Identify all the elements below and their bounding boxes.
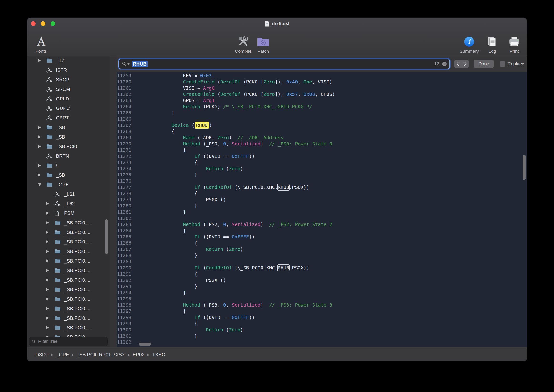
log-button[interactable]: Log	[484, 30, 501, 54]
breadcrumb-item[interactable]: DSDT	[35, 352, 48, 357]
tree-item-SRCM[interactable]: SRCM	[27, 84, 110, 94]
replace-checkbox[interactable]	[500, 61, 505, 67]
patch-button[interactable]: Patch	[255, 30, 272, 54]
tree-item-_SB.PCI0....[interactable]: _SB.PCI0....	[27, 275, 110, 285]
code-text: {	[148, 240, 197, 246]
tree-item-GUPC[interactable]: GUPC	[27, 104, 110, 113]
tree-item-_SB.PCI0....[interactable]: _SB.PCI0....	[27, 227, 110, 237]
code-text: }	[148, 203, 197, 209]
tree-item-_SB[interactable]: _SB	[27, 170, 110, 180]
line-number: 11268	[117, 128, 134, 134]
line-number: 11269	[117, 134, 134, 141]
tree-item-label: _SB.PCI0....	[64, 220, 90, 225]
disclosure-triangle-icon[interactable]	[46, 278, 55, 282]
find-previous-button[interactable]	[454, 60, 462, 68]
tree-item-PSM[interactable]: PSM	[27, 208, 110, 218]
tree-item-_SB.PCI0....[interactable]: _SB.PCI0....	[27, 323, 110, 332]
tree-item-_SB[interactable]: _SB	[27, 123, 110, 132]
disclosure-triangle-icon[interactable]	[38, 173, 47, 177]
code-line: 11298 If ((DVID == 0xFFFF))	[117, 314, 527, 321]
done-button[interactable]: Done	[474, 60, 494, 68]
disclosure-triangle-icon[interactable]	[38, 183, 47, 186]
tree-item-_SB.PCI0....[interactable]: _SB.PCI0....	[27, 237, 110, 246]
disclosure-triangle-icon[interactable]	[38, 126, 47, 129]
code-text: }	[148, 289, 186, 296]
tree-item-label: _SB.PCI0....	[64, 239, 90, 245]
filter-tree-input[interactable]	[38, 339, 105, 344]
sidebar-scrollbar-thumb[interactable]	[105, 219, 108, 254]
tree-item-GPLD[interactable]: GPLD	[27, 94, 110, 104]
tree-item-root[interactable]: \	[27, 161, 110, 170]
main-content: _TZISTRSRCPSRCMGPLDGUPCCBRT_SB_SB_SB.PCI…	[27, 56, 527, 347]
tree-item-_SB.PCI0[interactable]: _SB.PCI0	[27, 142, 110, 151]
disclosure-triangle-icon[interactable]	[46, 297, 55, 301]
disclosure-triangle-icon[interactable]	[38, 59, 47, 62]
line-number: 11285	[117, 234, 134, 240]
tree-item-_SB[interactable]: _SB	[27, 132, 110, 142]
disclosure-triangle-icon[interactable]	[46, 269, 55, 272]
disclosure-triangle-icon[interactable]	[46, 316, 55, 320]
code-editor[interactable]: 11259 REV = 0x0211260 CreateField (Deref…	[117, 72, 527, 347]
disclosure-triangle-icon[interactable]	[38, 164, 47, 167]
disclosure-triangle-icon[interactable]	[46, 259, 55, 263]
line-number: 11298	[117, 314, 134, 321]
disclosure-triangle-icon[interactable]	[38, 135, 47, 139]
tree-item-_SB.PCI0....[interactable]: _SB.PCI0....	[27, 285, 110, 294]
breadcrumb-item[interactable]: _GPE	[56, 352, 69, 357]
search-options-chevron-icon[interactable]	[127, 63, 130, 66]
disclosure-triangle-icon[interactable]	[46, 240, 55, 244]
code-line: 11277 If (CondRefOf (\_SB.PCI0.XHC.RHUB.…	[117, 184, 527, 190]
tree-item-_SB.PCI0....[interactable]: _SB.PCI0....	[27, 246, 110, 256]
tree-item-_TZ[interactable]: _TZ	[27, 56, 110, 65]
method-icon	[47, 154, 55, 159]
tree-item-_SB.PCI0....[interactable]: _SB.PCI0....	[27, 256, 110, 266]
disclosure-triangle-icon[interactable]	[46, 326, 55, 329]
clear-search-button[interactable]	[442, 62, 447, 67]
tree-item-CBRT[interactable]: CBRT	[27, 113, 110, 123]
tree-item-BRTN[interactable]: BRTN	[27, 151, 110, 161]
editor-hscrollbar-thumb[interactable]	[139, 343, 151, 346]
tree-item-_SB.PCI0....[interactable]: _SB.PCI0....	[27, 218, 110, 227]
zoom-button[interactable]	[50, 21, 55, 26]
tree-item-_SB.PCI0....[interactable]: _SB.PCI0....	[27, 313, 110, 323]
disclosure-triangle-icon[interactable]	[46, 231, 55, 234]
disclosure-triangle-icon[interactable]	[46, 250, 55, 253]
find-input[interactable]: RHUB 12	[118, 59, 450, 69]
breadcrumb-separator: ▸	[51, 352, 53, 357]
code-area: 11259 REV = 0x0211260 CreateField (Deref…	[117, 72, 527, 345]
disclosure-triangle-icon[interactable]	[46, 211, 55, 215]
summary-button[interactable]: i Summary	[460, 30, 479, 54]
disclosure-triangle-icon[interactable]	[46, 221, 55, 224]
tree-item-_SB.PCI0....[interactable]: _SB.PCI0....	[27, 294, 110, 304]
search-icon[interactable]	[122, 62, 127, 66]
tree-item-_GPE[interactable]: _GPE	[27, 180, 110, 189]
minimize-button[interactable]	[41, 21, 45, 26]
tree-item-SRCP[interactable]: SRCP	[27, 75, 110, 84]
tree-item-_L62[interactable]: _L62	[27, 199, 110, 208]
breadcrumb-item[interactable]: _SB.PCI0.RP01.PXSX	[77, 352, 125, 357]
breadcrumb-item[interactable]: TXHC	[152, 352, 165, 357]
breadcrumb-item[interactable]: EP02	[133, 352, 145, 357]
filter-tree-field[interactable]	[29, 337, 108, 346]
disclosure-triangle-icon[interactable]	[46, 288, 55, 291]
close-button[interactable]	[31, 21, 35, 26]
editor-vscrollbar-thumb[interactable]	[523, 155, 526, 180]
tree-item-label: BRTN	[56, 153, 69, 159]
code-text: {	[148, 128, 174, 134]
disclosure-triangle-icon[interactable]	[46, 307, 55, 310]
compile-button[interactable]: Compile	[235, 30, 252, 54]
disclosure-triangle-icon[interactable]	[38, 145, 47, 148]
tree-item-_SB.PCI0....[interactable]: _SB.PCI0....	[27, 304, 110, 313]
print-button[interactable]: Print	[506, 30, 523, 54]
find-next-button[interactable]	[462, 60, 469, 68]
code-line: 11259 REV = 0x02	[117, 72, 527, 79]
fonts-button[interactable]: A Fonts	[33, 30, 50, 54]
disclosure-triangle-icon[interactable]	[46, 202, 55, 205]
tree-item-_L61[interactable]: _L61	[27, 189, 110, 199]
tree-item-_SB.PCI0....[interactable]: _SB.PCI0....	[27, 266, 110, 275]
tree-item-ISTR[interactable]: ISTR	[27, 65, 110, 75]
code-line: 11281 }	[117, 209, 527, 215]
split-divider[interactable]	[110, 56, 117, 347]
toolbar: A Fonts Compile Patc	[27, 29, 527, 56]
info-icon: i	[464, 33, 475, 48]
